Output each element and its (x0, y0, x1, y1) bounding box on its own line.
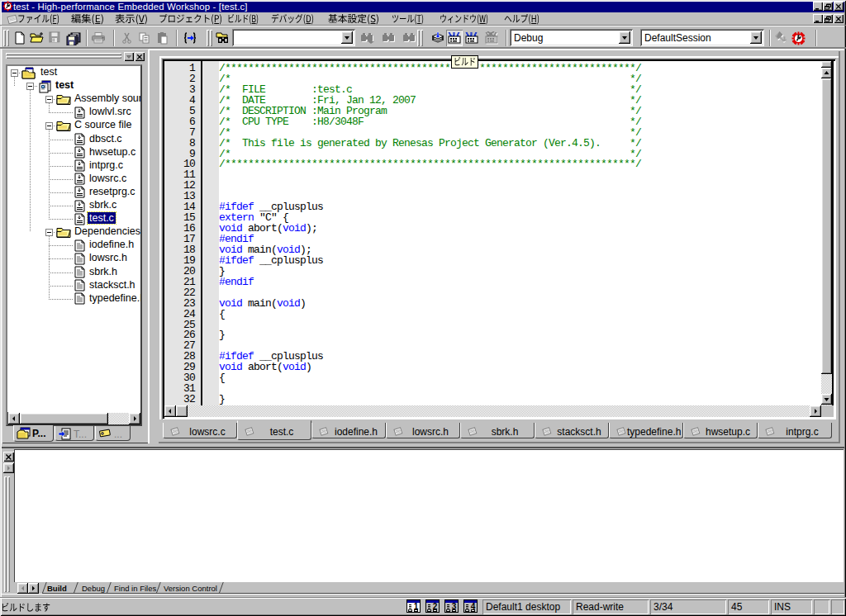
svg-text:2: 2 (433, 602, 438, 611)
svg-text:3: 3 (452, 602, 457, 611)
svg-text:1: 1 (414, 602, 419, 611)
svg-text:4: 4 (471, 602, 476, 611)
